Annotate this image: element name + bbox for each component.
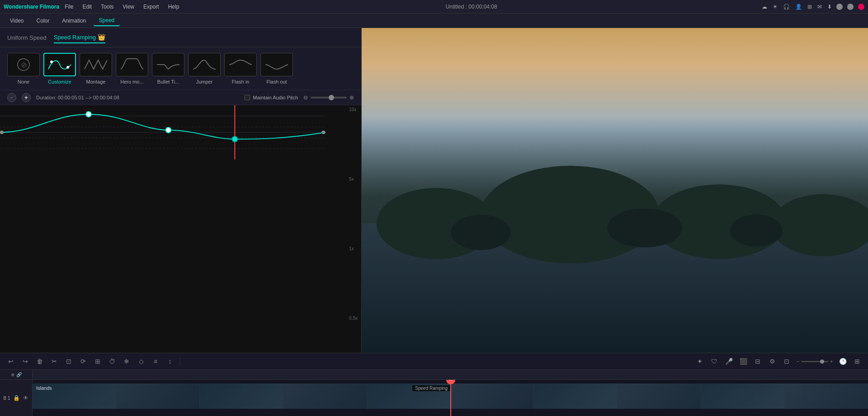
preset-jumper-label: Jumper	[196, 79, 213, 84]
tab-speed[interactable]: Speed	[94, 15, 120, 26]
zoom-reset-icon[interactable]: ⊡	[780, 355, 793, 368]
montage-wave-svg	[82, 56, 109, 73]
curve-point-3[interactable]	[232, 136, 238, 142]
zoom-in-icon[interactable]: ⊕	[349, 94, 354, 101]
menu-file[interactable]: File	[63, 3, 75, 11]
thumb-8	[618, 383, 701, 409]
tab-color[interactable]: Color	[31, 16, 55, 26]
preset-bullet[interactable]: Bullet Ti...	[152, 53, 184, 84]
remove-point-button[interactable]: −	[7, 93, 16, 102]
preset-customize[interactable]: Customize	[43, 53, 76, 84]
menu-export[interactable]: Export	[142, 3, 161, 11]
speed-ramping-tab[interactable]: Speed Ramping 👑	[54, 32, 105, 43]
cloud-icon[interactable]: ☁	[762, 4, 767, 10]
mountain-layer	[362, 117, 868, 383]
captions-icon[interactable]: ⬛	[737, 355, 750, 368]
link-track-icon[interactable]: 🔗	[16, 372, 22, 377]
svg-point-15	[608, 208, 682, 247]
audio-pitch-checkbox[interactable]	[245, 95, 250, 100]
apps-icon[interactable]: ⊞	[807, 4, 812, 10]
zoom-slider[interactable]	[311, 97, 347, 98]
bullet-wave-svg	[155, 56, 182, 73]
preset-none[interactable]: ⊘ None	[7, 53, 40, 84]
add-track-icon[interactable]: ⊕	[11, 372, 14, 377]
zoom-out-icon[interactable]: ⊖	[303, 94, 308, 101]
curve-right-handle[interactable]	[321, 131, 325, 134]
controls-row: − ✦ Duration: 00:00:05:01 --> 00:00:04:0…	[0, 90, 361, 105]
tl-zoom-handle[interactable]	[820, 360, 824, 364]
flash-in-wave-svg	[227, 56, 254, 73]
color-button[interactable]: ◇	[135, 355, 147, 368]
video-preview	[362, 28, 868, 383]
tab-animation[interactable]: Animation	[57, 16, 91, 26]
thumb-2	[116, 383, 200, 409]
thumb-3	[200, 383, 283, 409]
speed-ramp-badge: Speed Ramping	[412, 385, 450, 391]
clock-icon[interactable]: 🕐	[836, 355, 849, 368]
settings-icon[interactable]: ⚙	[766, 355, 778, 368]
audio-pitch-label: Maintain Audio Pitch	[253, 95, 298, 100]
headphone-icon[interactable]: 🎧	[783, 4, 790, 10]
lock-icon[interactable]: 🔒	[13, 395, 20, 401]
maximize-button[interactable]	[847, 4, 854, 10]
tab-bar: Video Color Animation Speed	[0, 14, 868, 28]
menu-view[interactable]: View	[121, 3, 136, 11]
minimize-button[interactable]	[836, 4, 843, 10]
menu-edit[interactable]: Edit	[80, 3, 94, 11]
y-axis-labels: 10x 5x 1x 0.5x 0.1x	[349, 105, 358, 392]
timeline-zoom-slider[interactable]: − +	[797, 359, 833, 364]
titlebar: Wondershare Filmora File Edit Tools View…	[0, 0, 868, 14]
audio-pitch-control: Maintain Audio Pitch	[245, 95, 298, 100]
preset-hero[interactable]: Hero mo...	[116, 53, 148, 84]
curve-editor[interactable]: 10x 5x 1x 0.5x 0.1x	[0, 105, 361, 392]
zoom-handle[interactable]	[329, 95, 334, 100]
hero-wave-svg	[118, 56, 146, 73]
menu-tools[interactable]: Tools	[99, 3, 115, 11]
titlebar-menu[interactable]: File Edit Tools View Export Help	[63, 3, 181, 11]
menu-help[interactable]: Help	[166, 3, 181, 11]
delete-button[interactable]: 🗑	[33, 355, 46, 368]
toolbar: ↩ ↪ 🗑 ✂ ⊡ ⟳ ⊞ ⏱ ❄ ◇ ≡ ↕ ✦ 🛡 🎤 ⬛ ⊟ ⚙ ⊡ − …	[0, 353, 868, 370]
effect-button[interactable]: ↕	[164, 355, 176, 368]
undo-button[interactable]: ↩	[5, 355, 17, 368]
pip-button[interactable]: ⊞	[91, 355, 104, 368]
audio-button[interactable]: ≡	[149, 355, 162, 368]
tab-video[interactable]: Video	[5, 16, 29, 26]
crop-button[interactable]: ⊡	[62, 355, 75, 368]
titlebar-left: Wondershare Filmora File Edit Tools View…	[4, 3, 181, 11]
add-point-button[interactable]: ✦	[22, 93, 31, 102]
preset-montage[interactable]: Montage	[80, 53, 112, 84]
titlebar-controls: ☁ ☀ 🎧 👤 ⊞ ✉ ⬇	[762, 4, 864, 10]
rotate-button[interactable]: ⟳	[77, 355, 90, 368]
download-icon[interactable]: ⬇	[827, 4, 832, 10]
grid-icon[interactable]: ⊞	[851, 355, 863, 368]
cut-button[interactable]: ✂	[48, 355, 61, 368]
preset-flash-out-label: Flash out	[266, 79, 287, 84]
curve-point-1[interactable]	[86, 112, 91, 117]
preset-jumper-icon	[188, 53, 221, 76]
layout-icon[interactable]: ⊟	[751, 355, 764, 368]
preset-bullet-icon	[152, 53, 184, 76]
timeline-track-row: B 1 🔒 👁 Islands	[0, 380, 868, 416]
eye-icon[interactable]: 👁	[23, 395, 28, 401]
curve-left-handle[interactable]	[0, 131, 4, 134]
user-icon[interactable]: 👤	[795, 4, 802, 10]
shield-icon[interactable]: 🛡	[708, 355, 721, 368]
mic-icon[interactable]: 🎤	[722, 355, 735, 368]
sun-icon[interactable]: ☀	[773, 4, 778, 10]
preset-flash-in[interactable]: Flash in	[224, 53, 257, 84]
mail-icon[interactable]: ✉	[817, 4, 822, 10]
close-button[interactable]	[858, 4, 864, 10]
customize-wave-svg	[46, 56, 73, 73]
freeze-button[interactable]: ❄	[120, 355, 133, 368]
preset-flash-in-label: Flash in	[232, 79, 250, 84]
speed-tabs: Uniform Speed Speed Ramping 👑	[0, 28, 361, 47]
timer-button[interactable]: ⏱	[106, 355, 118, 368]
effects-panel-icon[interactable]: ✦	[693, 355, 706, 368]
preset-jumper[interactable]: Jumper	[188, 53, 221, 84]
preset-flash-out[interactable]: Flash out	[260, 53, 293, 84]
curve-point-2[interactable]	[166, 127, 171, 133]
tl-zoom-track[interactable]	[801, 361, 828, 362]
redo-button[interactable]: ↪	[19, 355, 32, 368]
uniform-speed-tab[interactable]: Uniform Speed	[7, 33, 47, 43]
